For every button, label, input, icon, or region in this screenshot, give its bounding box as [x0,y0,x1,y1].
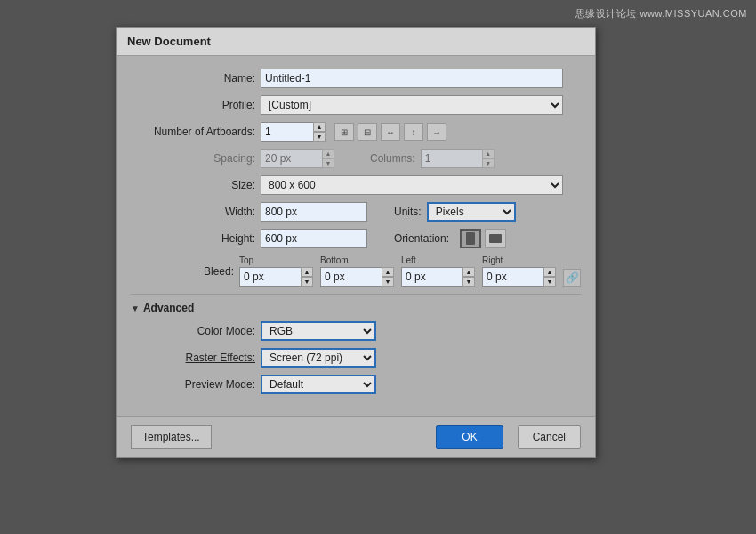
bleed-left-up-btn[interactable]: ▲ [462,267,475,277]
profile-label: Profile: [131,99,255,111]
spacing-row: Spacing: ▲ ▼ Columns: ▲ ▼ [131,149,581,168]
bleed-right-label: Right [482,255,503,265]
spacing-input[interactable] [261,149,323,168]
dialog-title: New Document [117,28,595,56]
bleed-bottom-label: Bottom [320,255,349,265]
bleed-label: Bleed: [131,265,234,278]
artboards-row: Number of Artboards: ▲ ▼ ⊞ ⊟ ↔ ↕ → [131,122,581,142]
layout-horizontal-icon[interactable]: ↔ [381,123,400,141]
bleed-left-label: Left [401,255,416,265]
columns-input[interactable] [421,149,483,168]
preview-select[interactable]: Default Pixel Overprint [261,375,376,394]
profile-select[interactable]: [Custom] [261,95,563,115]
dialog-body: Name: Profile: [Custom] Number of Artboa… [117,56,595,416]
name-label: Name: [131,72,255,85]
bleed-row: Bleed: Top ▲ ▼ Bottom [131,255,581,287]
templates-button[interactable]: Templates... [131,425,212,449]
height-orientation-row: Height: Orientation: [131,229,581,248]
spacing-spinner-btns: ▲ ▼ [322,149,334,168]
bleed-top-group: Top ▲ ▼ [239,255,313,287]
bleed-bottom-input[interactable] [320,267,382,287]
bleed-left-input[interactable] [401,267,463,287]
artboards-down-btn[interactable]: ▼ [313,132,326,142]
divider [131,294,581,295]
svg-rect-1 [489,234,502,243]
columns-spinner-btns: ▲ ▼ [482,149,495,168]
advanced-arrow-icon: ▼ [131,303,140,313]
columns-down-btn[interactable]: ▼ [482,158,495,168]
svg-rect-0 [466,232,475,245]
orientation-portrait-btn[interactable] [460,229,481,248]
spacing-down-btn[interactable]: ▼ [322,158,334,168]
spacing-up-btn[interactable]: ▲ [322,149,334,158]
bleed-section: Bleed: Top ▲ ▼ Bottom [131,255,581,287]
orientation-landscape-btn[interactable] [485,229,506,248]
bleed-right-group: Right ▲ ▼ [482,255,556,287]
layout-grid-icon[interactable]: ⊞ [334,123,354,141]
layout-arrange-icon[interactable]: ⊟ [358,123,377,141]
size-row: Size: 800 x 600 [131,175,581,195]
raster-effects-label: Raster Effects: [131,352,255,364]
watermark: 思缘设计论坛 www.MISSYUAN.COM [575,7,747,20]
columns-up-btn[interactable]: ▲ [482,149,495,158]
ok-button[interactable]: OK [436,425,503,449]
bleed-bottom-group: Bottom ▲ ▼ [320,255,394,287]
cancel-button[interactable]: Cancel [518,425,581,449]
artboards-up-btn[interactable]: ▲ [313,122,326,132]
columns-spinner: ▲ ▼ [421,149,495,168]
size-label: Size: [131,179,255,191]
advanced-header[interactable]: ▼ Advanced [131,302,581,314]
spacing-spinner: ▲ ▼ [261,149,334,168]
units-label: Units: [394,206,422,218]
width-input[interactable] [261,202,367,222]
preview-mode-row: Preview Mode: Default Pixel Overprint [131,375,581,394]
name-row: Name: [131,69,581,88]
footer-right-buttons: OK Cancel [436,425,581,449]
name-input[interactable] [261,69,563,88]
bleed-top-up-btn[interactable]: ▲ [301,267,313,277]
advanced-label: Advanced [143,302,194,314]
bleed-bottom-up-btn[interactable]: ▲ [382,267,394,277]
bleed-left-group: Left ▲ ▼ [401,255,475,287]
bleed-link-btn[interactable]: 🔗 [563,269,581,287]
width-units-row: Width: Units: Pixels Inches Centimeters … [131,202,581,222]
height-input[interactable] [261,229,367,248]
bleed-fields: Top ▲ ▼ Bottom [239,255,581,287]
new-document-dialog: New Document Name: Profile: [Custom] Num… [116,27,596,458]
bleed-right-down-btn[interactable]: ▼ [543,277,556,287]
columns-label: Columns: [370,152,415,165]
raster-effects-row: Raster Effects: Screen (72 ppi) Medium (… [131,348,581,368]
height-label: Height: [131,232,255,245]
orientation-buttons [460,229,506,248]
spacing-label: Spacing: [131,152,255,165]
dialog-footer: Templates... OK Cancel [117,416,595,457]
bleed-bottom-down-btn[interactable]: ▼ [382,277,394,287]
artboards-spinner: ▲ ▼ [261,122,326,142]
profile-row: Profile: [Custom] [131,95,581,115]
bleed-left-down-btn[interactable]: ▼ [462,277,475,287]
preview-mode-label: Preview Mode: [131,378,255,391]
raster-select[interactable]: Screen (72 ppi) Medium (150 ppi) High (3… [261,348,376,368]
artboard-layout-icons: ⊞ ⊟ ↔ ↕ → [334,123,446,141]
bleed-right-up-btn[interactable]: ▲ [543,267,556,277]
artboards-label: Number of Artboards: [131,125,255,138]
layout-vertical-icon[interactable]: ↕ [404,123,423,141]
artboards-spinner-btns: ▲ ▼ [313,122,326,142]
color-mode-row: Color Mode: RGB CMYK Grayscale [131,321,581,341]
color-mode-label: Color Mode: [131,325,255,337]
units-select[interactable]: Pixels Inches Centimeters Millimeters Po… [427,202,516,222]
color-mode-select[interactable]: RGB CMYK Grayscale [261,321,376,341]
bleed-top-label: Top [239,255,253,265]
bleed-right-input[interactable] [482,267,544,287]
layout-order-icon[interactable]: → [427,123,446,141]
bleed-top-input[interactable] [239,267,302,287]
size-select[interactable]: 800 x 600 [261,175,563,195]
bleed-top-down-btn[interactable]: ▼ [301,277,313,287]
width-label: Width: [131,206,255,218]
artboards-input[interactable] [261,122,314,142]
orientation-label: Orientation: [394,232,449,245]
